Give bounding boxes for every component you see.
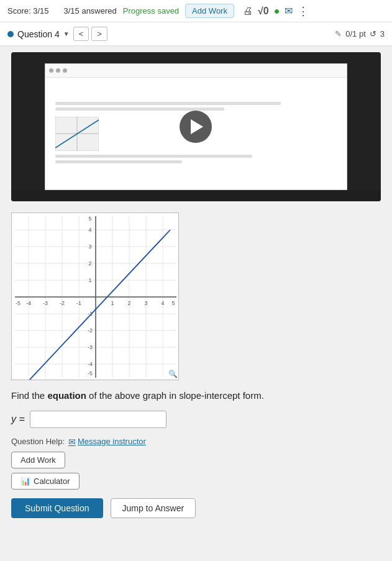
toolbar-dot-1 xyxy=(49,68,53,73)
question-dot xyxy=(7,31,14,37)
circle-icon: ● xyxy=(274,6,280,17)
svg-text:2: 2 xyxy=(127,300,130,306)
calculator-label: Calculator xyxy=(34,477,70,486)
sqrt-icon[interactable]: √0 xyxy=(258,6,269,17)
video-text-3 xyxy=(55,155,253,158)
mini-graph-svg xyxy=(55,117,99,151)
svg-text:🔍: 🔍 xyxy=(168,369,178,378)
svg-text:-3: -3 xyxy=(88,344,93,350)
svg-text:3: 3 xyxy=(88,244,91,250)
nav-next-button[interactable]: > xyxy=(91,27,107,41)
edit-icon[interactable]: ✎ xyxy=(335,29,342,39)
score-text: Score: 3/15 xyxy=(7,6,49,16)
question-info-right: ✎ 0/1 pt ↺ 3 xyxy=(335,29,385,39)
svg-text:1: 1 xyxy=(88,277,91,283)
top-bar: Score: 3/15 3/15 answered Progress saved… xyxy=(0,0,392,22)
message-instructor-text: Message instructor xyxy=(78,437,146,446)
svg-text:1: 1 xyxy=(111,300,114,306)
svg-text:4: 4 xyxy=(161,300,164,306)
submit-button[interactable]: Submit Question xyxy=(11,498,103,518)
graph-preview xyxy=(55,117,99,151)
svg-text:3: 3 xyxy=(144,300,147,306)
mail-icon[interactable]: ✉ xyxy=(285,5,293,17)
help-label: Question Help: xyxy=(11,437,65,446)
question-text-bold: equation xyxy=(47,390,86,401)
svg-text:-4: -4 xyxy=(26,300,31,306)
jump-answer-button[interactable]: Jump to Answer xyxy=(111,498,196,518)
add-work-button-top[interactable]: Add Work xyxy=(185,4,234,18)
video-text-4 xyxy=(55,160,182,163)
video-bottom-bar xyxy=(11,190,381,201)
toolbar-dot-2 xyxy=(56,68,60,73)
question-title: Question 4 xyxy=(17,29,60,39)
video-text-2 xyxy=(55,107,224,111)
more-icon[interactable]: ⋮ xyxy=(298,4,309,18)
svg-text:5: 5 xyxy=(88,216,91,222)
help-row: Question Help: ✉ Message instructor xyxy=(11,437,381,447)
question-text-prefix: Find the xyxy=(11,390,47,401)
points-text: 0/1 pt xyxy=(345,29,366,39)
svg-text:4: 4 xyxy=(88,227,91,233)
progress-saved: Progress saved xyxy=(123,6,179,16)
add-work-button[interactable]: Add Work xyxy=(11,452,65,468)
svg-line-44 xyxy=(29,230,170,380)
svg-text:2: 2 xyxy=(88,260,91,267)
action-buttons: Add Work 📊 Calculator xyxy=(11,452,381,490)
attempts-text: 3 xyxy=(380,29,385,39)
svg-text:5: 5 xyxy=(171,300,175,306)
question-nav-left: Question 4 ▼ < > xyxy=(7,27,107,41)
video-text-1 xyxy=(55,102,281,105)
nav-arrows: < > xyxy=(73,27,107,41)
video-inner xyxy=(45,63,348,190)
video-toolbar xyxy=(45,64,347,78)
play-triangle xyxy=(191,119,203,134)
play-button[interactable] xyxy=(180,111,212,143)
answer-row: y = xyxy=(11,411,381,428)
calculator-button[interactable]: 📊 Calculator xyxy=(11,473,80,490)
svg-text:-2: -2 xyxy=(88,327,93,334)
svg-text:-5: -5 xyxy=(88,370,93,376)
svg-text:-1: -1 xyxy=(76,300,81,306)
toolbar-dot-3 xyxy=(63,68,67,73)
question-text-suffix: of the above graph in slope-intercept fo… xyxy=(86,390,264,401)
attempts-icon: ↺ xyxy=(370,29,376,39)
calculator-icon: 📊 xyxy=(21,477,30,486)
print-icon[interactable]: 🖨 xyxy=(243,6,253,17)
video-container xyxy=(11,52,381,201)
graph-area: -4 -3 -2 -1 1 2 3 4 4 3 2 1 -1 -2 -3 -4 … xyxy=(11,212,381,380)
svg-text:-3: -3 xyxy=(43,300,48,306)
envelope-icon: ✉ xyxy=(68,437,76,447)
answer-input[interactable] xyxy=(30,411,166,428)
y-equals-label: y = xyxy=(11,414,25,425)
svg-text:-4: -4 xyxy=(88,361,93,367)
nav-prev-button[interactable]: < xyxy=(73,27,89,41)
question-bar: Question 4 ▼ < > ✎ 0/1 pt ↺ 3 xyxy=(0,22,392,46)
submit-row: Submit Question Jump to Answer xyxy=(11,498,381,518)
answered-text: 3/15 answered xyxy=(64,6,117,16)
svg-text:-2: -2 xyxy=(60,300,65,306)
svg-text:-5: -5 xyxy=(16,300,21,306)
question-dropdown-arrow[interactable]: ▼ xyxy=(63,30,70,37)
message-instructor-link[interactable]: ✉ Message instructor xyxy=(68,437,146,447)
toolbar-icons: 🖨 √0 ● ✉ ⋮ xyxy=(243,4,309,18)
main-content: -4 -3 -2 -1 1 2 3 4 4 3 2 1 -1 -2 -3 -4 … xyxy=(0,46,392,561)
graph-svg: -4 -3 -2 -1 1 2 3 4 4 3 2 1 -1 -2 -3 -4 … xyxy=(11,212,179,380)
question-text: Find the equation of the above graph in … xyxy=(11,389,381,403)
